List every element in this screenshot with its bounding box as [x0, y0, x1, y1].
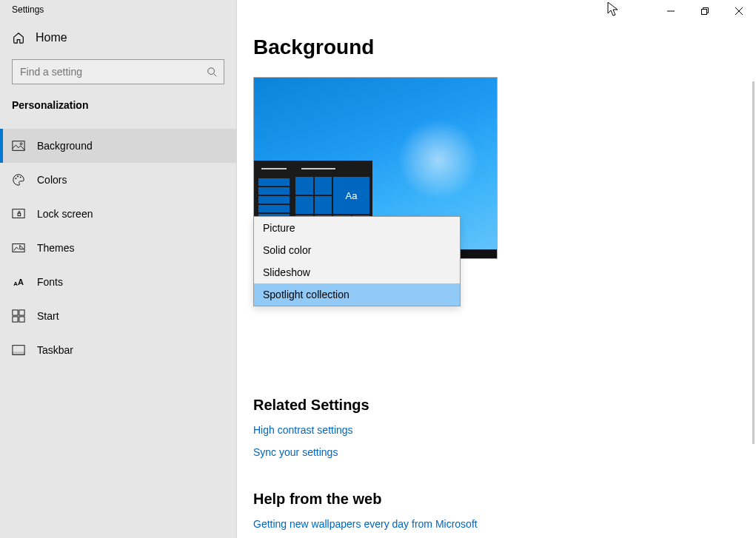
search-icon: [207, 67, 217, 77]
sidebar-item-label: Lock screen: [37, 208, 93, 220]
main-panel: Background Aa Pi: [237, 0, 756, 538]
sidebar-item-fonts[interactable]: AA Fonts: [0, 265, 236, 299]
sidebar-item-label: Taskbar: [37, 344, 73, 356]
preview-sample-text: Aa: [333, 177, 369, 214]
palette-icon: [12, 173, 25, 186]
page-title: Background: [253, 36, 756, 59]
dropdown-option-solid[interactable]: Solid color: [254, 239, 460, 261]
themes-icon: [12, 241, 25, 255]
svg-rect-13: [19, 317, 24, 322]
svg-point-6: [20, 177, 21, 178]
background-dropdown[interactable]: Picture Solid color Slideshow Spotlight …: [253, 216, 461, 306]
scrollbar[interactable]: [752, 81, 755, 444]
home-icon: [12, 31, 25, 44]
search-input[interactable]: [12, 59, 224, 84]
sidebar-item-taskbar[interactable]: Taskbar: [0, 333, 236, 367]
fonts-icon: AA: [12, 275, 25, 289]
link-high-contrast[interactable]: High contrast settings: [253, 424, 353, 436]
sidebar-item-lock-screen[interactable]: Lock screen: [0, 197, 236, 231]
svg-rect-10: [13, 310, 18, 315]
help-title: Help from the web: [253, 491, 756, 508]
dropdown-option-slideshow[interactable]: Slideshow: [254, 261, 460, 283]
svg-point-4: [16, 178, 17, 179]
taskbar-icon: [12, 343, 25, 357]
svg-rect-15: [13, 352, 24, 355]
related-settings-title: Related Settings: [253, 397, 756, 414]
sidebar-item-label: Start: [37, 310, 59, 322]
lockscreen-icon: [12, 207, 25, 221]
svg-point-3: [20, 143, 22, 145]
sidebar-nav: Background Colors Lock screen Themes: [0, 129, 236, 367]
link-sync-settings[interactable]: Sync your settings: [253, 446, 338, 458]
sidebar-item-label: Themes: [37, 242, 75, 254]
sidebar-item-themes[interactable]: Themes: [0, 231, 236, 265]
svg-point-1: [208, 68, 215, 75]
sidebar-item-background[interactable]: Background: [0, 129, 236, 163]
svg-rect-12: [13, 317, 18, 322]
sidebar: Settings Home Personalization Background…: [0, 0, 237, 538]
home-label: Home: [36, 31, 67, 44]
svg-rect-2: [13, 141, 24, 151]
picture-icon: [12, 139, 25, 152]
dropdown-option-picture[interactable]: Picture: [254, 217, 460, 239]
start-icon: [12, 309, 25, 323]
link-getting-wallpapers[interactable]: Getting new wallpapers every day from Mi…: [253, 518, 478, 530]
svg-rect-11: [19, 310, 24, 315]
svg-rect-8: [18, 213, 21, 216]
sidebar-item-label: Colors: [37, 174, 67, 186]
sidebar-item-colors[interactable]: Colors: [0, 163, 236, 197]
home-button[interactable]: Home: [0, 15, 236, 52]
sidebar-item-start[interactable]: Start: [0, 299, 236, 333]
sidebar-item-label: Background: [37, 140, 93, 152]
svg-point-5: [17, 176, 19, 178]
sidebar-category: Personalization: [0, 92, 236, 118]
dropdown-option-spotlight[interactable]: Spotlight collection: [254, 283, 460, 306]
sidebar-item-label: Fonts: [37, 276, 63, 288]
window-title: Settings: [0, 0, 236, 15]
